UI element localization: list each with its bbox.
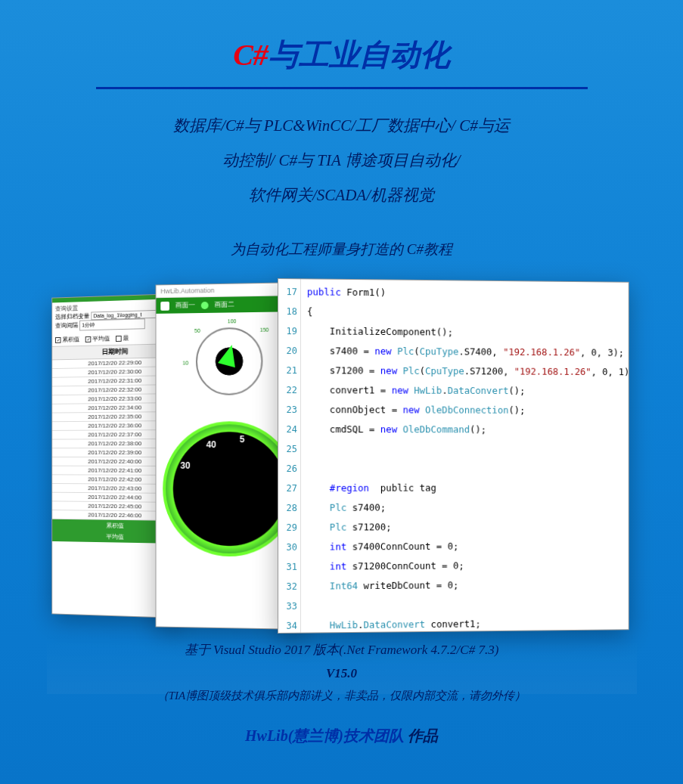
panel-code: 17 18 19 20 21 22 23 24 25 26 27 28 29 3… — [278, 278, 629, 634]
bottom-text: 基于 Visual Studio 2017 版本(.Net Framework … — [0, 641, 683, 746]
bottom-author: HwLib(慧兰博)技术团队 作品 — [0, 726, 683, 746]
p1-check2-label: 平均值 — [92, 334, 110, 342]
p1-check1-box[interactable]: ✓ — [54, 336, 61, 342]
tagline-pre: 为自动化工程师量身打造的 — [231, 241, 407, 257]
p2-tab2[interactable]: 画面二 — [214, 299, 234, 309]
p1-check2-box[interactable]: ✓ — [85, 336, 91, 342]
p1-interval-label: 查询间隔 — [54, 321, 77, 329]
tagline-cs: C# — [407, 241, 424, 257]
subtitle-block: 数据库/C#与 PLC&WinCC/工厂数据中心/ C#与运 动控制/ C#与 … — [0, 108, 683, 213]
p1-check1-label: 累积值 — [62, 335, 79, 343]
dial2-num-40: 40 — [206, 439, 216, 450]
bottom-notice: （TIA博图顶级技术俱乐部内部讲义，非卖品，仅限内部交流，请勿外传） — [0, 689, 683, 703]
dial1-arrow-icon — [218, 342, 241, 367]
bottom-suffix: 作品 — [404, 727, 438, 744]
title-rest: 与工业自动化 — [269, 38, 450, 72]
subtitle-line-3: 软件网关/SCADA/机器视觉 — [0, 178, 683, 212]
p1-archive-input[interactable]: Data_log_1\logging_t — [91, 309, 157, 319]
dial1-tick-100: 100 — [227, 318, 235, 324]
p1-archive-label: 选择归档变量 — [54, 312, 88, 320]
dial2-num-30: 30 — [180, 460, 190, 470]
p2-tab1[interactable]: 画面一 — [175, 300, 194, 310]
subtitle-line-1: 数据库/C#与 PLC&WinCC/工厂数据中心/ C#与运 — [0, 108, 683, 143]
dial2-num-5: 5 — [239, 434, 244, 445]
main-title: C#与工业自动化 — [0, 0, 683, 76]
status-dot-icon — [200, 301, 208, 308]
tagline: 为自动化工程师量身打造的 C#教程 — [0, 240, 683, 259]
subtitle-line-2: 动控制/ C#与 TIA 博途项目自动化/ — [0, 143, 683, 178]
tagline-post: 教程 — [424, 241, 452, 257]
dial1-ring — [195, 327, 262, 395]
bottom-team: HwLib(慧兰博)技术团队 — [245, 727, 404, 744]
p1-check3-label: 最 — [123, 333, 129, 342]
p1-check3-box[interactable] — [115, 335, 121, 341]
dial1-tick-10: 10 — [182, 360, 188, 365]
code-content: public Form1() { InitializeComponent(); … — [300, 279, 628, 632]
title-csharp: C# — [233, 38, 269, 72]
screen-icon — [160, 301, 169, 310]
dial1-tick-150: 150 — [259, 327, 269, 332]
bottom-version: V15.0 — [0, 666, 683, 681]
dial-large: 30 40 5 — [163, 421, 296, 557]
title-divider — [96, 87, 588, 89]
p1-interval-select[interactable]: 1分钟 — [79, 318, 145, 330]
dial1-tick-50: 50 — [194, 327, 200, 333]
dial-small: 100 10 50 150 — [188, 319, 270, 402]
code-gutter: 17 18 19 20 21 22 23 24 25 26 27 28 29 3… — [278, 279, 300, 633]
bottom-line-1: 基于 Visual Studio 2017 版本(.Net Framework … — [0, 641, 683, 658]
panels-container: 查询设置 选择归档变量 Data_log_1\logging_t 查询间隔 1分… — [47, 278, 637, 641]
